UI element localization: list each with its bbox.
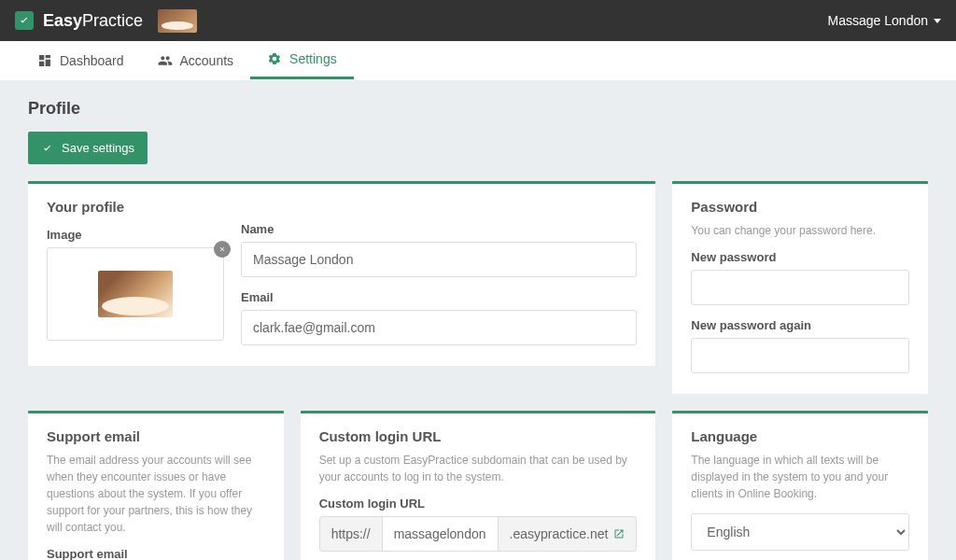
brand-name: EasyPractice bbox=[43, 11, 143, 31]
nav-accounts-label: Accounts bbox=[180, 53, 234, 68]
profile-image-box[interactable] bbox=[47, 247, 224, 341]
support-panel-title: Support email bbox=[47, 428, 265, 444]
nav-settings-label: Settings bbox=[289, 51, 337, 66]
custom-url-label: Custom login URL bbox=[319, 497, 638, 511]
profile-image-thumb bbox=[98, 271, 173, 317]
custom-url-panel: Custom login URL Set up a custom EasyPra… bbox=[301, 411, 656, 560]
password-panel-desc: You can change your password here. bbox=[691, 222, 909, 239]
page-title: Profile bbox=[28, 99, 928, 119]
nav-accounts[interactable]: Accounts bbox=[141, 41, 251, 79]
profile-panel: Your profile Image Name Email bbox=[28, 181, 655, 366]
brand-profile-thumb bbox=[158, 9, 197, 33]
close-icon bbox=[218, 245, 226, 253]
save-button-label: Save settings bbox=[62, 141, 134, 155]
accounts-icon bbox=[158, 53, 173, 68]
language-panel-desc: The language in which all texts will be … bbox=[691, 452, 909, 502]
remove-image-button[interactable] bbox=[214, 241, 231, 258]
email-label: Email bbox=[241, 290, 637, 304]
support-panel-desc: The email address your accounts will see… bbox=[47, 452, 265, 536]
check-icon bbox=[41, 142, 54, 155]
new-password-label: New password bbox=[691, 250, 909, 264]
name-input[interactable] bbox=[241, 242, 637, 277]
url-protocol: https:// bbox=[319, 516, 383, 552]
support-panel: Support email The email address your acc… bbox=[28, 411, 284, 560]
profile-panel-title: Your profile bbox=[47, 199, 637, 215]
page: Profile Save settings Your profile Image bbox=[0, 80, 956, 560]
language-panel: Language The language in which all texts… bbox=[672, 411, 928, 560]
new-password-again-label: New password again bbox=[691, 318, 909, 332]
language-panel-title: Language bbox=[691, 428, 909, 444]
url-panel-title: Custom login URL bbox=[319, 428, 638, 444]
account-dropdown[interactable]: Massage London bbox=[828, 13, 941, 28]
account-name: Massage London bbox=[828, 13, 928, 28]
email-input[interactable] bbox=[241, 310, 637, 345]
password-panel-title: Password bbox=[691, 199, 909, 215]
gear-icon bbox=[267, 51, 282, 66]
topbar: EasyPractice Massage London bbox=[0, 0, 956, 41]
save-settings-button[interactable]: Save settings bbox=[28, 132, 148, 164]
chevron-down-icon bbox=[934, 19, 941, 23]
brand-logo-icon bbox=[15, 11, 34, 30]
image-label: Image bbox=[47, 228, 224, 242]
nav-dashboard-label: Dashboard bbox=[60, 53, 124, 68]
url-domain[interactable]: .easypractice.net bbox=[499, 516, 638, 552]
external-link-icon bbox=[613, 528, 625, 539]
panel-grid: Your profile Image Name Email bbox=[28, 181, 928, 560]
dashboard-icon bbox=[37, 53, 52, 68]
navbar: Dashboard Accounts Settings bbox=[0, 41, 956, 80]
password-panel: Password You can change your password he… bbox=[672, 181, 928, 394]
new-password-again-input[interactable] bbox=[691, 338, 909, 373]
language-select[interactable]: English bbox=[691, 513, 909, 551]
nav-settings[interactable]: Settings bbox=[250, 41, 354, 79]
url-subdomain-input[interactable]: massagelondon bbox=[383, 516, 499, 552]
nav-dashboard[interactable]: Dashboard bbox=[21, 41, 141, 79]
support-email-label: Support email bbox=[47, 547, 265, 560]
brand: EasyPractice bbox=[15, 9, 197, 33]
new-password-input[interactable] bbox=[691, 270, 909, 305]
url-panel-desc: Set up a custom EasyPractice subdomain t… bbox=[319, 452, 638, 485]
url-input-group: https:// massagelondon .easypractice.net bbox=[319, 516, 638, 552]
name-label: Name bbox=[241, 222, 637, 236]
